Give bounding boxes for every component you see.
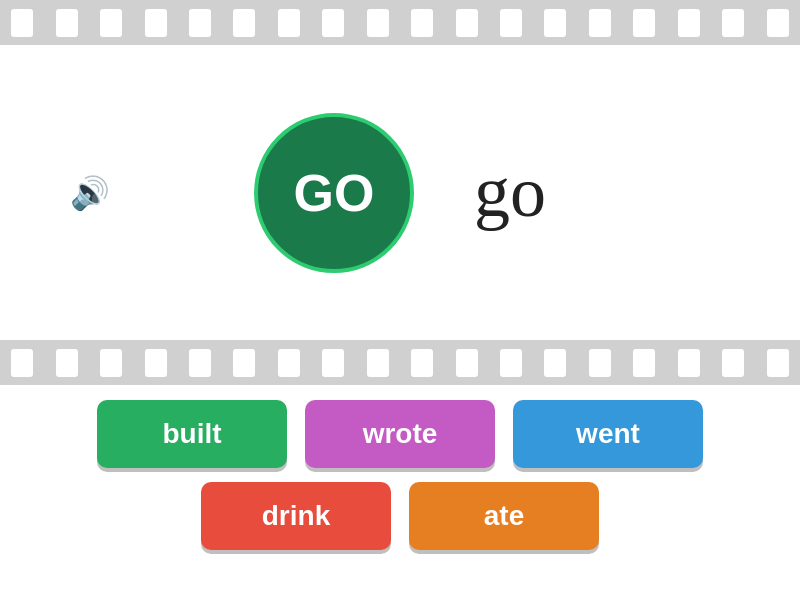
go-word-display: go — [474, 151, 546, 234]
answers-row-2: drink ate — [201, 482, 599, 550]
film-hole — [322, 9, 344, 37]
film-hole — [11, 349, 33, 377]
film-hole — [767, 9, 789, 37]
film-hole — [322, 349, 344, 377]
film-strip-middle — [0, 340, 800, 385]
answer-drink-button[interactable]: drink — [201, 482, 391, 550]
film-hole — [100, 9, 122, 37]
speaker-icon[interactable]: 🔊 — [70, 174, 110, 212]
film-hole — [189, 349, 211, 377]
film-hole — [100, 349, 122, 377]
answer-built-button[interactable]: built — [97, 400, 287, 468]
go-circle-text: GO — [294, 163, 375, 223]
film-hole — [722, 9, 744, 37]
main-content: 🔊 GO go — [0, 45, 800, 340]
go-circle[interactable]: GO — [254, 113, 414, 273]
film-hole — [367, 9, 389, 37]
film-hole — [56, 349, 78, 377]
film-hole — [411, 9, 433, 37]
film-hole — [678, 9, 700, 37]
film-hole — [544, 9, 566, 37]
film-hole — [456, 9, 478, 37]
answers-row-1: built wrote went — [97, 400, 703, 468]
answer-went-button[interactable]: went — [513, 400, 703, 468]
film-hole — [722, 349, 744, 377]
film-hole — [589, 9, 611, 37]
film-hole — [278, 349, 300, 377]
film-hole — [56, 9, 78, 37]
film-hole — [456, 349, 478, 377]
answer-wrote-button[interactable]: wrote — [305, 400, 495, 468]
film-hole — [678, 349, 700, 377]
film-hole — [233, 9, 255, 37]
film-hole — [411, 349, 433, 377]
film-hole — [189, 9, 211, 37]
film-hole — [767, 349, 789, 377]
film-hole — [633, 9, 655, 37]
answers-area: built wrote went drink ate — [0, 385, 800, 600]
film-hole — [11, 9, 33, 37]
film-hole — [633, 349, 655, 377]
film-hole — [145, 9, 167, 37]
film-hole — [278, 9, 300, 37]
film-hole — [589, 349, 611, 377]
film-strip-top — [0, 0, 800, 45]
film-hole — [500, 9, 522, 37]
answer-ate-button[interactable]: ate — [409, 482, 599, 550]
film-hole — [367, 349, 389, 377]
film-hole — [500, 349, 522, 377]
film-hole — [145, 349, 167, 377]
film-hole — [544, 349, 566, 377]
film-hole — [233, 349, 255, 377]
